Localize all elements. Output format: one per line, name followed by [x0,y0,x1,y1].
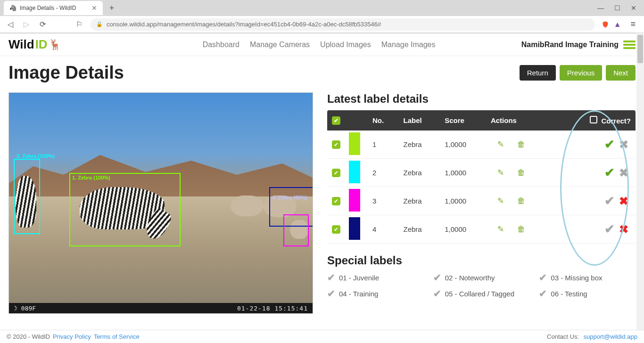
row-checkbox[interactable]: ✔ [332,197,340,205]
mark-incorrect-icon[interactable]: ✖ [617,138,631,151]
table-row: ✔3Zebra1,0000✎🗑✔✖ [327,187,636,215]
nav-back-icon[interactable]: ◁ [6,20,15,29]
check-icon: ✔ [539,272,547,283]
window-close-icon[interactable]: ✕ [631,4,636,12]
bounding-box[interactable]: 2. Zebra (100%) [14,159,40,234]
cell-label: Zebra [398,159,440,187]
footer-terms-link[interactable]: Terms of Service [94,333,140,340]
mark-correct-icon[interactable]: ✔ [603,222,617,237]
mark-correct-icon[interactable]: ✔ [603,165,617,180]
delete-icon[interactable]: 🗑 [517,225,525,234]
hamburger-menu-icon[interactable] [623,39,636,50]
col-no: No. [368,110,398,131]
viewer-timestamp: 01-22-18 15:15:41 [237,305,308,312]
special-label-item[interactable]: ✔02 - Noteworthy [433,272,530,283]
cell-actions: ✎🗑 [486,187,561,215]
browser-tab[interactable]: 🦓 Image Details - WildID ✕ [4,1,103,15]
window-minimize-icon[interactable]: — [597,4,604,12]
mark-correct-icon[interactable]: ✔ [603,137,617,152]
footer-privacy-link[interactable]: Privacy Policy [53,333,91,340]
window-controls: — ☐ ✕ [597,4,644,12]
nav-manage-images[interactable]: Manage Images [381,41,436,49]
check-icon: ✔ [433,272,441,283]
window-maximize-icon[interactable]: ☐ [614,4,620,12]
address-row: ◁ ▷ ⟳ ⚐ 🔒 console.wildid.app/management/… [0,16,644,33]
bounding-box[interactable]: 1. Zebra (100%) [69,173,181,246]
edit-icon[interactable]: ✎ [497,225,504,234]
bookmark-icon[interactable]: ⚐ [74,20,84,29]
browser-menu-icon[interactable]: ≡ [627,19,638,29]
page-actions: Return Previous Next [520,65,636,81]
page-body: Image Details Return Previous Next 1. Ze… [0,56,644,314]
mark-incorrect-icon[interactable]: ✖ [617,166,631,180]
extension-icon[interactable]: ▲ [614,20,621,29]
labels-title: Latest label details [327,92,636,106]
brave-shield-icon[interactable] [602,21,609,28]
col-correct: Correct? [601,117,631,125]
project-name: NamibRand Image Training [521,41,619,49]
special-label-text: 03 - Missing box [551,274,602,282]
color-swatch [349,132,360,155]
mark-incorrect-icon[interactable]: ✖ [617,195,631,208]
edit-icon[interactable]: ✎ [497,168,504,177]
labels-table: ✔ No. Label Score Actions Correct? ✔1Zeb… [327,110,636,244]
return-button[interactable]: Return [520,65,556,81]
tab-title: Image Details - WildID [20,5,76,11]
select-all-checkbox[interactable]: ✔ [332,116,340,125]
address-bar[interactable]: 🔒 console.wildid.app/management/images/d… [91,18,595,31]
row-checkbox[interactable]: ✔ [332,225,340,234]
special-label-item[interactable]: ✔01 - Juvenile [327,272,424,283]
new-tab-button[interactable]: + [106,2,118,14]
correct-all-checkbox[interactable] [590,116,597,123]
nav-manage-cameras[interactable]: Manage Cameras [250,41,310,49]
scrollbar-thumb[interactable] [637,35,643,63]
contact-email-link[interactable]: support@wildid.app [584,333,637,340]
special-label-item[interactable]: ✔06 - Testing [539,288,636,299]
bounding-box[interactable]: 3. Zebra (100%) [283,214,309,246]
mark-incorrect-icon[interactable]: ✖ [617,223,631,236]
special-label-item[interactable]: ✔05 - Collared / Tagged [433,288,530,299]
special-label-text: 04 - Training [339,290,378,298]
browser-chrome: 🦓 Image Details - WildID ✕ + — ☐ ✕ ◁ ▷ ⟳… [0,0,644,33]
nav-reload-icon[interactable]: ⟳ [38,20,47,29]
delete-icon[interactable]: 🗑 [517,168,525,177]
footer-contact: Contact Us: support@wildid.app [547,333,637,340]
row-checkbox[interactable]: ✔ [332,140,340,149]
special-label-text: 02 - Noteworthy [445,274,495,282]
favicon-icon: 🦓 [9,5,16,11]
special-label-item[interactable]: ✔03 - Missing box [539,272,636,283]
previous-button[interactable]: Previous [560,65,602,81]
scrollbar-track[interactable] [636,33,644,330]
nav-forward-icon: ▷ [22,20,31,29]
cell-label: Zebra [398,215,440,244]
cell-score: 1,0000 [440,215,486,244]
cell-no: 2 [368,159,398,187]
mark-correct-icon[interactable]: ✔ [603,194,617,208]
nav-upload-images[interactable]: Upload Images [320,41,371,49]
special-label-item[interactable]: ✔04 - Training [327,288,424,299]
extension-icons: ▲ [602,20,621,29]
special-labels-title: Special labels [327,254,636,267]
edit-icon[interactable]: ✎ [497,140,504,149]
footer: © 2020 - WildID Privacy Policy Terms of … [0,330,644,343]
delete-icon[interactable]: 🗑 [517,140,525,149]
tab-close-icon[interactable]: ✕ [91,4,97,12]
user-area: NamibRand Image Training [521,39,636,50]
lock-icon: 🔒 [96,21,103,27]
bbox-label: 1. Zebra (100%) [72,175,110,180]
check-icon: ✔ [327,288,335,299]
next-button[interactable]: Next [606,65,636,81]
check-icon: ✔ [327,272,335,283]
footer-copyright: © 2020 - WildID [7,333,50,340]
image-viewer[interactable]: 1. Zebra (100%) 2. Zebra (100%) 4. Zebra… [8,92,313,314]
scene-oryx [231,196,264,216]
moon-icon: ☽ [14,305,17,312]
row-checkbox[interactable]: ✔ [332,169,340,177]
logo[interactable]: WildID 🦌 [8,37,61,52]
cell-no: 1 [368,131,398,159]
table-row: ✔2Zebra1,0000✎🗑✔✖ [327,159,636,187]
edit-icon[interactable]: ✎ [497,196,504,205]
special-labels-grid: ✔01 - Juvenile✔02 - Noteworthy✔03 - Miss… [327,272,636,299]
nav-dashboard[interactable]: Dashboard [203,41,239,49]
delete-icon[interactable]: 🗑 [517,196,525,205]
